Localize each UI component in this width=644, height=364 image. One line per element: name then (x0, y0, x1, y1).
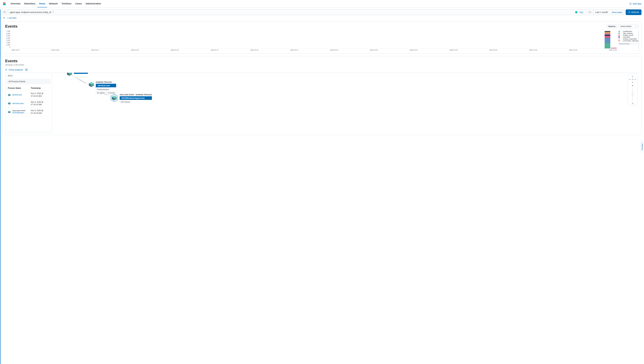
fullscreen-button[interactable] (25, 68, 28, 71)
y-tick: 6,000 (5, 33, 11, 34)
date-range-text[interactable]: Last 1 month (593, 11, 610, 14)
close-icon[interactable] (5, 69, 7, 71)
chart-plot[interactable]: 7,000 6,000 5,000 4,000 3,000 2,000 1,00… (5, 30, 617, 51)
zoom-thumb[interactable] (632, 93, 634, 95)
events-title: Events (5, 59, 639, 63)
bar-stack[interactable] (611, 48, 616, 48)
process-row[interactable]: ANALYZED EVENTGCEWindow... Nov 5, 2020 @… (6, 108, 51, 116)
calendar-icon (589, 11, 591, 13)
svg-rect-1 (4, 12, 6, 13)
legend-item[interactable]: connection_attempted (618, 40, 637, 42)
bar-segment[interactable] (605, 32, 610, 34)
pan-right-button[interactable]: ▸ (634, 78, 637, 81)
process-timestamp: Nov 5, 2020 @07:18:18.559 (31, 109, 50, 114)
legend-label: http_request (623, 32, 632, 34)
analyzer-toolbar: Close analyzer (5, 68, 639, 73)
add-filter-link[interactable]: + Add filter (7, 17, 16, 19)
process-row[interactable]: wininit.exe Nov 5, 2020 @07:18:13.963 (6, 90, 51, 99)
node-caption: ANALYZED EVENT · RUNNING PROCESS (120, 94, 152, 96)
x-tick: 2020-10-19 (250, 49, 258, 51)
cube-icon (8, 102, 11, 105)
pan-left-button[interactable]: ◂ (628, 78, 631, 81)
bar-segment[interactable] (605, 36, 610, 38)
node-label: services.exe (96, 84, 116, 87)
center-button[interactable]: ◎ (631, 78, 634, 81)
zoom-in-button[interactable]: ⊕ (631, 84, 634, 87)
pan-up-button[interactable]: ▴ (631, 75, 634, 78)
node-tag[interactable]: 43 registry (96, 92, 106, 94)
left-edge-accent (0, 10, 0, 138)
chevron-down-icon (591, 12, 592, 13)
bar-segment[interactable] (605, 34, 610, 36)
events-chart-panel: Events Stack by event.action 7,000 6,000… (2, 21, 642, 54)
query-input-wrap: KQL (8, 10, 586, 15)
nav-tab-timelines[interactable]: Timelines (60, 0, 73, 7)
nav-tab-hosts[interactable]: Hosts (37, 0, 47, 7)
process-link[interactable]: wininit.exe (12, 94, 22, 96)
query-input-group: KQL (2, 10, 586, 15)
node-tag[interactable]: 9 authentication (96, 88, 110, 91)
bar-stack[interactable] (605, 31, 610, 48)
stack-by-select[interactable]: event.action (618, 24, 639, 28)
plot-grid (12, 30, 617, 48)
app-logo-icon (2, 2, 6, 6)
zoom-out-button[interactable]: ⊖ (631, 102, 634, 105)
legend-dot-icon (618, 40, 620, 42)
nav-tab-cases[interactable]: Cases (73, 0, 84, 7)
process-link[interactable]: GCEWindow... (12, 112, 26, 114)
nav-tab-administration[interactable]: Administration (84, 0, 103, 7)
legend-item[interactable]: lookup_requested (618, 38, 637, 40)
bar-segment[interactable] (605, 38, 610, 43)
process-row[interactable]: services.exe Nov 5, 2020 @07:18:14.590 (6, 99, 51, 108)
x-tick: 2020-11-03 (569, 49, 577, 51)
all-process-events-header[interactable]: All Process Events (6, 79, 51, 84)
process-node-wininit[interactable]: wininit.exe (66, 73, 88, 76)
query-input[interactable] (10, 11, 575, 14)
date-picker-button[interactable] (588, 10, 593, 15)
col-process-name: Process Name (8, 87, 31, 89)
nav-tab-overview[interactable]: Overview (9, 0, 22, 7)
close-analyzer-link[interactable]: Close analyzer (8, 68, 23, 71)
canvas-controls: ▴ ◂ ◎ ▸ ▾ ⊕ ⊖ (628, 74, 638, 106)
saved-query-button[interactable] (2, 10, 8, 15)
chart-title: Events (5, 24, 18, 28)
legend-item[interactable]: overwrite (618, 36, 637, 38)
refresh-icon (628, 11, 630, 13)
refresh-button[interactable]: Refresh (626, 10, 642, 15)
x-tick: 2020-10-11 (91, 49, 99, 51)
show-dates-link[interactable]: Show dates (610, 11, 624, 14)
process-node-gce[interactable]: ANALYZED EVENT · RUNNING PROCESS GCEWind… (110, 94, 152, 103)
stack-by-group: Stack by event.action (607, 24, 639, 28)
nav-tab-network[interactable]: Network (47, 0, 60, 7)
legend-scrollbar[interactable] (618, 44, 637, 44)
process-link[interactable]: services.exe (12, 102, 24, 104)
filter-options-button[interactable] (2, 16, 6, 20)
x-axis: 2020-10-07 2020-10-09 2020-10-11 2020-10… (12, 48, 617, 51)
svg-rect-2 (4, 12, 5, 12)
process-tree-canvas[interactable]: 627 milliseconds 3 seconds wininit.exe (52, 73, 639, 132)
pan-down-button[interactable]: ▾ (631, 81, 634, 84)
y-tick: 2,000 (5, 42, 11, 44)
plus-circle-icon (629, 2, 632, 5)
legend-dot-icon (618, 36, 620, 38)
nav-tab-detections[interactable]: Detections (22, 0, 37, 7)
bar-segment[interactable] (611, 48, 616, 48)
x-tick: 2020-10-21 (290, 49, 298, 51)
beta-badge: BETA (6, 74, 14, 77)
col-timestamp: Timestamp (31, 87, 50, 89)
svg-rect-3 (589, 12, 590, 13)
legend-item[interactable]: modification (618, 30, 637, 32)
process-node-services[interactable]: RUNNING PROCESS services.exe 9 authentic… (88, 81, 116, 94)
query-language-toggle[interactable]: KQL (579, 11, 584, 14)
legend-item[interactable]: http_request (618, 32, 637, 34)
y-tick: 5,000 (5, 35, 11, 37)
bar-segment[interactable] (605, 43, 610, 48)
filter-icon (3, 17, 5, 19)
legend-item[interactable]: lookup_result (618, 34, 637, 36)
node-tag[interactable]: 316 network (120, 100, 131, 103)
process-timestamp: Nov 5, 2020 @07:18:13.963 (31, 92, 50, 98)
zoom-slider[interactable] (632, 88, 633, 101)
add-data-button[interactable]: Add data (629, 2, 642, 5)
analyzer-body: BETA All Process Events Process Name Tim… (5, 73, 639, 132)
legend-dot-icon (618, 31, 620, 32)
